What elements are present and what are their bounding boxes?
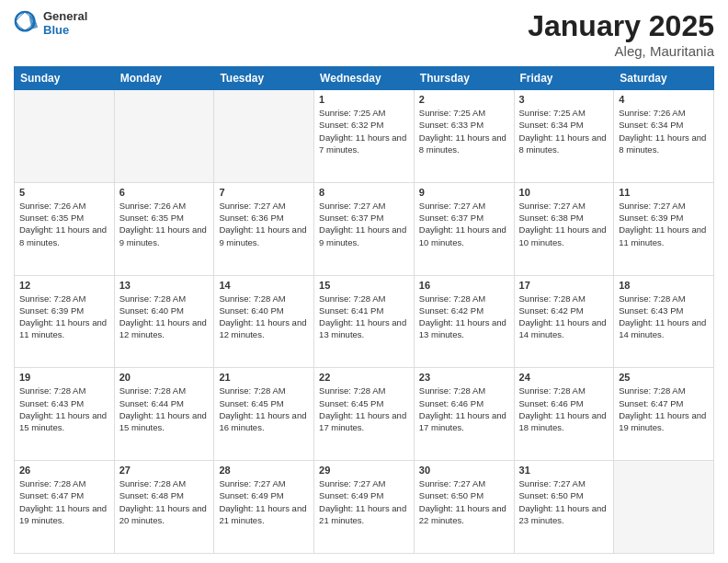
day-number: 25 — [619, 372, 709, 383]
day-info: Sunrise: 7:25 AMSunset: 6:33 PMDaylight:… — [419, 107, 509, 155]
col-monday: Monday — [114, 67, 214, 90]
page: General Blue January 2025 Aleg, Mauritan… — [0, 0, 728, 563]
day-number: 11 — [619, 187, 709, 198]
week-row-1: 5Sunrise: 7:26 AMSunset: 6:35 PMDaylight… — [15, 182, 714, 275]
day-cell: 14Sunrise: 7:28 AMSunset: 6:40 PMDayligh… — [214, 275, 314, 368]
day-number: 16 — [419, 280, 509, 291]
day-number: 20 — [119, 372, 210, 383]
day-info: Sunrise: 7:25 AMSunset: 6:32 PMDaylight:… — [319, 107, 409, 155]
day-info: Sunrise: 7:28 AMSunset: 6:48 PMDaylight:… — [119, 477, 210, 526]
day-number: 10 — [519, 187, 609, 198]
day-cell: 24Sunrise: 7:28 AMSunset: 6:46 PMDayligh… — [514, 368, 614, 461]
day-number: 29 — [319, 465, 409, 476]
day-cell: 27Sunrise: 7:28 AMSunset: 6:48 PMDayligh… — [114, 461, 214, 554]
day-info: Sunrise: 7:27 AMSunset: 6:37 PMDaylight:… — [319, 200, 409, 248]
day-info: Sunrise: 7:28 AMSunset: 6:41 PMDaylight:… — [319, 293, 409, 341]
day-number: 24 — [519, 372, 609, 383]
day-cell: 3Sunrise: 7:25 AMSunset: 6:34 PMDaylight… — [514, 90, 614, 183]
day-cell: 8Sunrise: 7:27 AMSunset: 6:37 PMDaylight… — [314, 182, 415, 275]
day-info: Sunrise: 7:26 AMSunset: 6:35 PMDaylight:… — [119, 200, 210, 248]
day-info: Sunrise: 7:27 AMSunset: 6:39 PMDaylight:… — [619, 200, 709, 248]
day-cell: 17Sunrise: 7:28 AMSunset: 6:42 PMDayligh… — [514, 275, 614, 368]
day-cell — [614, 461, 714, 554]
day-cell: 31Sunrise: 7:27 AMSunset: 6:50 PMDayligh… — [514, 461, 614, 554]
day-info: Sunrise: 7:28 AMSunset: 6:45 PMDaylight:… — [319, 385, 409, 433]
day-number: 27 — [119, 465, 210, 476]
day-number: 1 — [319, 94, 409, 105]
logo-icon — [14, 10, 40, 36]
day-cell: 25Sunrise: 7:28 AMSunset: 6:47 PMDayligh… — [614, 368, 714, 461]
col-friday: Friday — [514, 67, 614, 90]
week-row-0: 1Sunrise: 7:25 AMSunset: 6:32 PMDaylight… — [15, 90, 714, 183]
day-info: Sunrise: 7:27 AMSunset: 6:50 PMDaylight:… — [419, 477, 509, 526]
day-cell: 2Sunrise: 7:25 AMSunset: 6:33 PMDaylight… — [414, 90, 514, 183]
day-cell: 10Sunrise: 7:27 AMSunset: 6:38 PMDayligh… — [514, 182, 614, 275]
col-wednesday: Wednesday — [314, 67, 415, 90]
day-info: Sunrise: 7:28 AMSunset: 6:46 PMDaylight:… — [419, 385, 509, 433]
day-info: Sunrise: 7:28 AMSunset: 6:45 PMDaylight:… — [219, 385, 309, 433]
main-title: January 2025 — [528, 9, 714, 43]
day-cell: 1Sunrise: 7:25 AMSunset: 6:32 PMDaylight… — [314, 90, 415, 183]
day-cell: 6Sunrise: 7:26 AMSunset: 6:35 PMDaylight… — [114, 182, 214, 275]
day-cell: 4Sunrise: 7:26 AMSunset: 6:34 PMDaylight… — [614, 90, 714, 183]
day-info: Sunrise: 7:28 AMSunset: 6:43 PMDaylight:… — [19, 385, 109, 433]
day-cell: 16Sunrise: 7:28 AMSunset: 6:42 PMDayligh… — [414, 275, 514, 368]
day-number: 14 — [219, 280, 309, 291]
day-cell: 30Sunrise: 7:27 AMSunset: 6:50 PMDayligh… — [414, 461, 514, 554]
week-row-2: 12Sunrise: 7:28 AMSunset: 6:39 PMDayligh… — [15, 275, 714, 368]
day-number: 6 — [119, 187, 210, 198]
day-number: 31 — [519, 465, 609, 476]
day-info: Sunrise: 7:25 AMSunset: 6:34 PMDaylight:… — [519, 107, 609, 155]
day-cell: 29Sunrise: 7:27 AMSunset: 6:49 PMDayligh… — [314, 461, 415, 554]
day-info: Sunrise: 7:27 AMSunset: 6:36 PMDaylight:… — [219, 200, 309, 248]
day-number: 22 — [319, 372, 409, 383]
day-info: Sunrise: 7:28 AMSunset: 6:47 PMDaylight:… — [619, 385, 709, 433]
day-cell: 12Sunrise: 7:28 AMSunset: 6:39 PMDayligh… — [15, 275, 115, 368]
day-info: Sunrise: 7:27 AMSunset: 6:49 PMDaylight:… — [319, 477, 409, 526]
col-tuesday: Tuesday — [214, 67, 314, 90]
day-number: 9 — [419, 187, 509, 198]
day-number: 21 — [219, 372, 309, 383]
day-number: 2 — [419, 94, 509, 105]
logo-general: General — [43, 9, 87, 23]
day-cell: 7Sunrise: 7:27 AMSunset: 6:36 PMDaylight… — [214, 182, 314, 275]
day-cell: 18Sunrise: 7:28 AMSunset: 6:43 PMDayligh… — [614, 275, 714, 368]
day-number: 7 — [219, 187, 309, 198]
col-thursday: Thursday — [414, 67, 514, 90]
day-number: 13 — [119, 280, 210, 291]
week-row-4: 26Sunrise: 7:28 AMSunset: 6:47 PMDayligh… — [15, 461, 714, 554]
header: General Blue January 2025 Aleg, Mauritan… — [14, 9, 714, 59]
day-info: Sunrise: 7:27 AMSunset: 6:37 PMDaylight:… — [419, 200, 509, 248]
day-info: Sunrise: 7:26 AMSunset: 6:34 PMDaylight:… — [619, 107, 709, 155]
day-number: 28 — [219, 465, 309, 476]
day-cell — [214, 90, 314, 183]
calendar-table: Sunday Monday Tuesday Wednesday Thursday… — [14, 66, 714, 554]
day-info: Sunrise: 7:27 AMSunset: 6:49 PMDaylight:… — [219, 477, 309, 526]
sub-title: Aleg, Mauritania — [528, 43, 714, 59]
day-cell: 9Sunrise: 7:27 AMSunset: 6:37 PMDaylight… — [414, 182, 514, 275]
day-info: Sunrise: 7:28 AMSunset: 6:44 PMDaylight:… — [119, 385, 210, 433]
day-cell: 28Sunrise: 7:27 AMSunset: 6:49 PMDayligh… — [214, 461, 314, 554]
day-number: 4 — [619, 94, 709, 105]
day-info: Sunrise: 7:28 AMSunset: 6:39 PMDaylight:… — [19, 293, 109, 341]
day-number: 23 — [419, 372, 509, 383]
logo: General Blue — [14, 9, 87, 37]
day-cell: 19Sunrise: 7:28 AMSunset: 6:43 PMDayligh… — [15, 368, 115, 461]
calendar-header-row: Sunday Monday Tuesday Wednesday Thursday… — [15, 67, 714, 90]
col-sunday: Sunday — [15, 67, 115, 90]
day-number: 17 — [519, 280, 609, 291]
day-cell — [15, 90, 115, 183]
day-number: 19 — [19, 372, 109, 383]
day-number: 12 — [19, 280, 109, 291]
day-cell: 11Sunrise: 7:27 AMSunset: 6:39 PMDayligh… — [614, 182, 714, 275]
day-number: 5 — [19, 187, 109, 198]
day-number: 26 — [19, 465, 109, 476]
day-number: 15 — [319, 280, 409, 291]
day-info: Sunrise: 7:27 AMSunset: 6:50 PMDaylight:… — [519, 477, 609, 526]
day-info: Sunrise: 7:28 AMSunset: 6:40 PMDaylight:… — [119, 293, 210, 341]
day-info: Sunrise: 7:28 AMSunset: 6:43 PMDaylight:… — [619, 293, 709, 341]
day-info: Sunrise: 7:28 AMSunset: 6:47 PMDaylight:… — [19, 477, 109, 526]
day-number: 3 — [519, 94, 609, 105]
day-number: 8 — [319, 187, 409, 198]
col-saturday: Saturday — [614, 67, 714, 90]
